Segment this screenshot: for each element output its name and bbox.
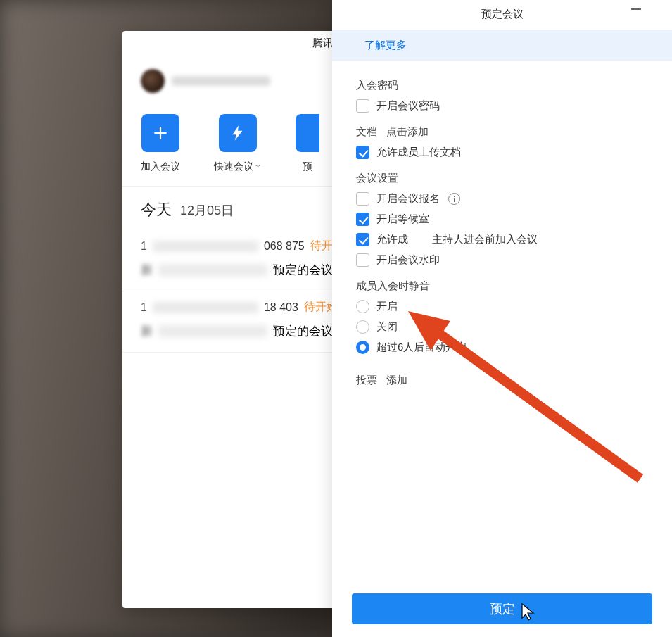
info-icon[interactable]: i bbox=[448, 193, 460, 205]
allow-before-host-checkbox-row[interactable]: 允许成主持人进会前加入会议 bbox=[356, 233, 648, 246]
vote-section-title: 投票 bbox=[356, 374, 377, 386]
chevron-down-icon: ﹀ bbox=[255, 162, 262, 172]
allow-before-host-label: 允许成主持人进会前加入会议 bbox=[376, 233, 538, 246]
mute-on-label: 开启 bbox=[376, 300, 398, 313]
checkbox-icon[interactable] bbox=[356, 99, 369, 113]
schedule-meeting-dialog: 预定会议 了解更多 入会密码 开启会议密码 文档 点击添加 允许成员上传文档 会… bbox=[332, 0, 672, 637]
watermark-label: 开启会议水印 bbox=[376, 253, 440, 267]
meeting-time-redacted bbox=[153, 302, 258, 313]
minimize-icon[interactable] bbox=[631, 8, 641, 10]
enable-password-checkbox-row[interactable]: 开启会议密码 bbox=[356, 99, 648, 113]
radio-icon[interactable] bbox=[356, 300, 369, 313]
dialog-footer: 预定 bbox=[332, 581, 672, 637]
meeting-title-redacted bbox=[158, 325, 267, 337]
mute-on-radio-row[interactable]: 开启 bbox=[356, 300, 648, 313]
dialog-title: 预定会议 bbox=[481, 8, 524, 21]
today-label: 今天 bbox=[141, 199, 172, 220]
allow-upload-checkbox-row[interactable]: 允许成员上传文档 bbox=[356, 146, 648, 159]
learn-more-link[interactable]: 了解更多 bbox=[364, 39, 407, 52]
signup-label: 开启会议报名 bbox=[376, 192, 440, 206]
schedule-submit-button[interactable]: 预定 bbox=[352, 593, 652, 624]
meeting-number-tail: 18 403 bbox=[264, 301, 298, 314]
checkbox-icon[interactable] bbox=[356, 213, 369, 226]
quick-meeting-label: 快速会议 ﹀ bbox=[214, 160, 262, 173]
learn-more-banner[interactable]: 了解更多 bbox=[332, 30, 672, 61]
schedule-meeting-action[interactable]: 预 bbox=[296, 114, 319, 173]
mute-off-label: 关闭 bbox=[376, 320, 398, 334]
join-meeting-action[interactable]: 加入会议 bbox=[141, 114, 180, 173]
waiting-room-checkbox-row[interactable]: 开启等候室 bbox=[356, 213, 648, 226]
allow-before-host-text-right: 主持人进会前加入会议 bbox=[432, 233, 538, 245]
signup-checkbox-row[interactable]: 开启会议报名 i bbox=[356, 192, 648, 206]
allow-upload-label: 允许成员上传文档 bbox=[376, 146, 461, 159]
vote-add-link[interactable]: 添加 bbox=[386, 374, 407, 386]
avatar[interactable] bbox=[141, 69, 165, 93]
meeting-title-tail: 预定的会议 bbox=[273, 262, 333, 278]
username-redacted bbox=[172, 76, 270, 86]
schedule-meeting-label-partial: 预 bbox=[303, 160, 312, 173]
allow-before-host-text-left: 允许成 bbox=[376, 233, 408, 245]
radio-icon[interactable] bbox=[356, 320, 369, 334]
plus-icon bbox=[141, 114, 179, 152]
checkbox-icon[interactable] bbox=[356, 146, 369, 159]
lightning-icon bbox=[219, 114, 257, 152]
checkbox-icon[interactable] bbox=[356, 253, 369, 267]
waiting-room-label: 开启等候室 bbox=[376, 213, 429, 226]
checkbox-icon[interactable] bbox=[356, 192, 369, 206]
schedule-icon bbox=[296, 114, 319, 152]
docs-section-title: 文档 bbox=[356, 125, 377, 137]
mute-off-radio-row[interactable]: 关闭 bbox=[356, 320, 648, 334]
quick-meeting-text: 快速会议 bbox=[214, 160, 253, 173]
meeting-time-redacted bbox=[153, 241, 258, 252]
enable-password-label: 开启会议密码 bbox=[376, 99, 440, 113]
join-meeting-label: 加入会议 bbox=[141, 160, 180, 173]
password-section-title: 入会密码 bbox=[356, 79, 648, 92]
settings-section-title: 会议设置 bbox=[356, 172, 648, 185]
checkbox-icon[interactable] bbox=[356, 233, 369, 246]
watermark-checkbox-row[interactable]: 开启会议水印 bbox=[356, 253, 648, 267]
meeting-title-tail: 预定的会议 bbox=[273, 323, 333, 339]
meeting-title-redacted bbox=[158, 264, 267, 276]
today-date: 12月05日 bbox=[180, 202, 234, 219]
dialog-titlebar: 预定会议 bbox=[332, 0, 672, 28]
docs-add-link[interactable]: 点击添加 bbox=[386, 125, 429, 137]
mute-auto6-radio-row[interactable]: 超过6人后自动开启 bbox=[356, 341, 648, 354]
quick-meeting-action[interactable]: 快速会议 ﹀ bbox=[214, 114, 262, 173]
radio-icon[interactable] bbox=[356, 341, 369, 354]
mute-section-title: 成员入会时静音 bbox=[356, 279, 648, 293]
meeting-number-tail: 068 875 bbox=[264, 240, 305, 253]
vote-section-title-row: 投票 添加 bbox=[356, 374, 648, 387]
docs-section-title-row: 文档 点击添加 bbox=[356, 125, 648, 139]
mute-auto6-label: 超过6人后自动开启 bbox=[376, 341, 467, 354]
